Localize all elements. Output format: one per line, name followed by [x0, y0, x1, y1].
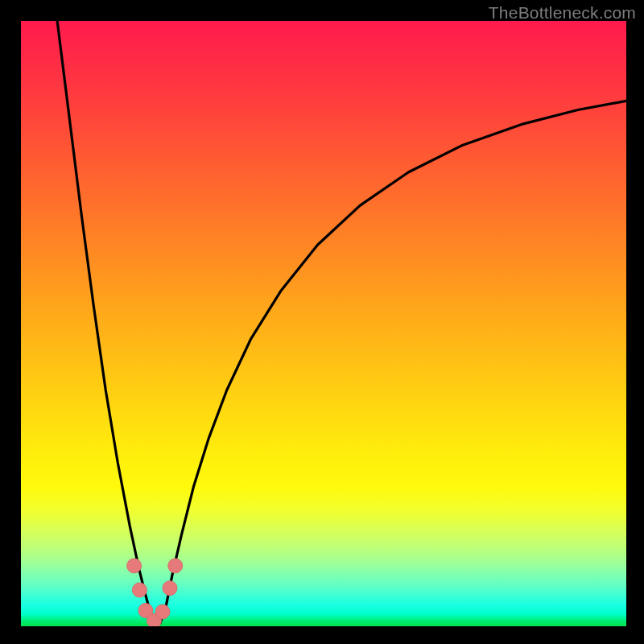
curve-marker [163, 581, 177, 596]
curve-left-branch [57, 21, 154, 623]
curve-marker [127, 559, 142, 573]
bottleneck-curve-svg [21, 21, 626, 626]
curve-right-branch [160, 101, 626, 623]
plot-area [21, 21, 626, 626]
curve-marker [132, 583, 147, 597]
curve-marker [155, 605, 170, 619]
curve-markers [127, 559, 183, 626]
watermark-text: TheBottleneck.com [489, 3, 636, 23]
curve-marker [168, 559, 183, 573]
chart-frame: TheBottleneck.com [0, 0, 644, 644]
